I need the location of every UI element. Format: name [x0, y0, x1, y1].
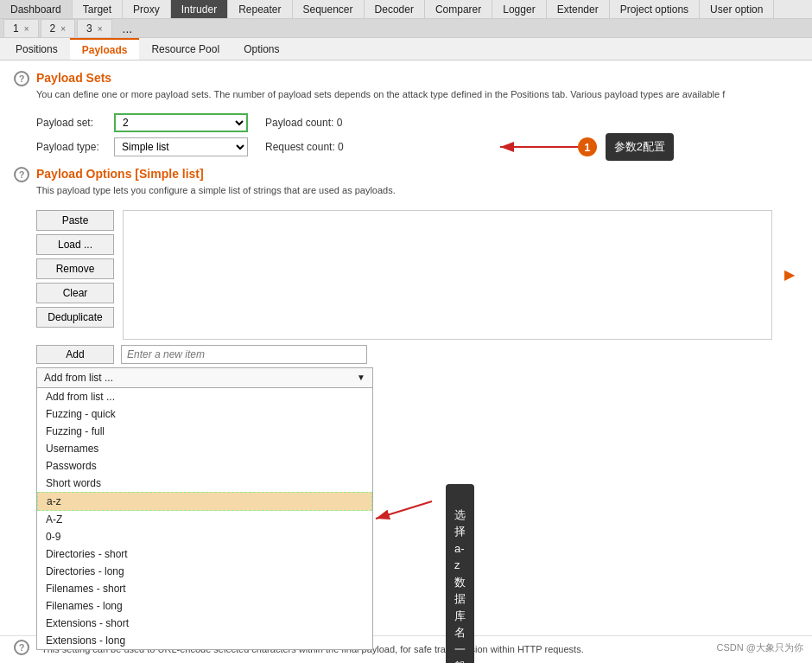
request-count-info: Request count: 0 — [265, 141, 344, 153]
payload-sets-help-icon[interactable]: ? — [14, 71, 29, 86]
payload-type-row: Payload type: Simple list Runtime file C… — [36, 137, 798, 156]
nav-decoder[interactable]: Decoder — [365, 0, 425, 18]
nav-logger[interactable]: Logger — [492, 0, 546, 18]
intruder-tab-3[interactable]: 3 × — [77, 19, 112, 37]
add-from-list-container: Add from list ... ▼ Add from list ... Fu… — [36, 367, 373, 388]
dropdown-arrow-icon: ▼ — [357, 373, 365, 382]
annotation-arrow-1 — [483, 130, 587, 164]
list-item-dirs-long[interactable]: Directories - long — [37, 563, 372, 580]
nav-dashboard[interactable]: Dashboard — [0, 0, 73, 18]
action-buttons-col: Paste Load ... Remove Clear Deduplicate — [36, 210, 114, 340]
payload-sets-description: You can define one or more payload sets.… — [36, 88, 725, 101]
annotation-box-2: 选择a-z 数据库名一般是小写 — [446, 484, 474, 663]
list-item-extensions-long[interactable]: Extensions - long — [37, 632, 372, 649]
right-arrow-area: ▶ — [781, 210, 798, 340]
payload-set-select[interactable]: 2 1 3 4 — [114, 113, 248, 132]
deduplicate-button[interactable]: Deduplicate — [36, 307, 114, 328]
subtab-positions[interactable]: Positions — [3, 38, 70, 60]
subtab-payloads[interactable]: Payloads — [70, 38, 140, 60]
list-item-passwords[interactable]: Passwords — [37, 457, 372, 475]
intruder-tab-2[interactable]: 2 × — [41, 19, 76, 37]
add-row: Add — [36, 345, 798, 364]
list-item-filenames-long[interactable]: Filenames - long — [37, 597, 372, 615]
list-item-filenames-short[interactable]: Filenames - short — [37, 580, 372, 597]
expand-arrow-icon: ▶ — [784, 266, 795, 283]
payload-options-section: ? Payload Options [Simple list] This pay… — [14, 167, 798, 387]
nav-repeater[interactable]: Repeater — [228, 0, 292, 18]
list-item-a-z[interactable]: a-z — [37, 492, 372, 511]
payload-set-label: Payload set: — [36, 117, 114, 129]
intruder-subtabs: Positions Payloads Resource Pool Options — [0, 38, 812, 61]
payload-type-label: Payload type: — [36, 141, 114, 153]
intruder-tab-more[interactable]: ... — [114, 19, 142, 37]
list-item-extensions-short[interactable]: Extensions - short — [37, 615, 372, 632]
nav-intruder[interactable]: Intruder — [171, 0, 228, 18]
close-tab-3-icon[interactable]: × — [98, 24, 103, 34]
payload-options-body: Paste Load ... Remove Clear Deduplicate … — [36, 210, 798, 340]
dropdown-list: Add from list ... Fuzzing - quick Fuzzin… — [36, 388, 373, 650]
list-item-fuzzing-quick[interactable]: Fuzzing - quick — [37, 405, 372, 423]
bottom-help-icon[interactable]: ? — [14, 640, 29, 655]
payload-options-description: This payload type lets you configure a s… — [36, 184, 396, 197]
nav-sequencer[interactable]: Sequencer — [293, 0, 365, 18]
nav-user-options[interactable]: User option — [700, 0, 774, 18]
list-item-dirs-short[interactable]: Directories - short — [37, 545, 372, 563]
annotation-box-1: 参数2配置 — [606, 133, 674, 161]
nav-comparer[interactable]: Comparer — [425, 0, 492, 18]
payload-count-info: Payload count: 0 — [265, 117, 342, 129]
list-item-usernames[interactable]: Usernames — [37, 440, 372, 457]
remove-button[interactable]: Remove — [36, 258, 114, 279]
nav-project-options[interactable]: Project options — [610, 0, 700, 18]
intruder-tab-1[interactable]: 1 × — [3, 19, 39, 37]
close-tab-2-icon[interactable]: × — [60, 24, 66, 34]
list-item-0-9[interactable]: 0-9 — [37, 528, 372, 545]
annotation-circle-1: 1 — [578, 137, 597, 156]
svg-line-3 — [376, 501, 432, 519]
main-content: ? Payload Sets You can define one or mor… — [0, 61, 812, 663]
subtab-resource-pool[interactable]: Resource Pool — [139, 38, 232, 60]
list-item-add-from-list[interactable]: Add from list ... — [37, 388, 372, 405]
clear-button[interactable]: Clear — [36, 283, 114, 303]
payload-list-area — [123, 210, 772, 340]
payload-set-row: Payload set: 2 1 3 4 Payload count: 0 — [36, 113, 798, 132]
paste-button[interactable]: Paste — [36, 210, 114, 231]
payload-type-select[interactable]: Simple list Runtime file Custom iterator… — [114, 137, 248, 156]
top-navigation: Dashboard Target Proxy Intruder Repeater… — [0, 0, 812, 19]
watermark: CSDN @大象只为你 — [717, 641, 803, 654]
nav-target[interactable]: Target — [73, 0, 123, 18]
subtab-options[interactable]: Options — [232, 38, 291, 60]
intruder-tabs: 1 × 2 × 3 × ... — [0, 19, 812, 38]
list-item-A-Z[interactable]: A-Z — [37, 511, 372, 528]
add-from-list-trigger[interactable]: Add from list ... ▼ — [36, 367, 373, 388]
add-item-input[interactable] — [121, 345, 367, 364]
payload-sets-title: Payload Sets — [36, 71, 725, 85]
list-item-short-words[interactable]: Short words — [37, 475, 372, 492]
add-button[interactable]: Add — [36, 345, 114, 364]
close-tab-1-icon[interactable]: × — [24, 24, 29, 34]
payload-options-title: Payload Options [Simple list] — [36, 167, 396, 181]
annotation-arrow-2 — [371, 493, 441, 536]
nav-extender[interactable]: Extender — [547, 0, 610, 18]
nav-proxy[interactable]: Proxy — [123, 0, 171, 18]
payload-options-help-icon[interactable]: ? — [14, 167, 29, 182]
load-button[interactable]: Load ... — [36, 234, 114, 255]
list-item-fuzzing-full[interactable]: Fuzzing - full — [37, 423, 372, 440]
